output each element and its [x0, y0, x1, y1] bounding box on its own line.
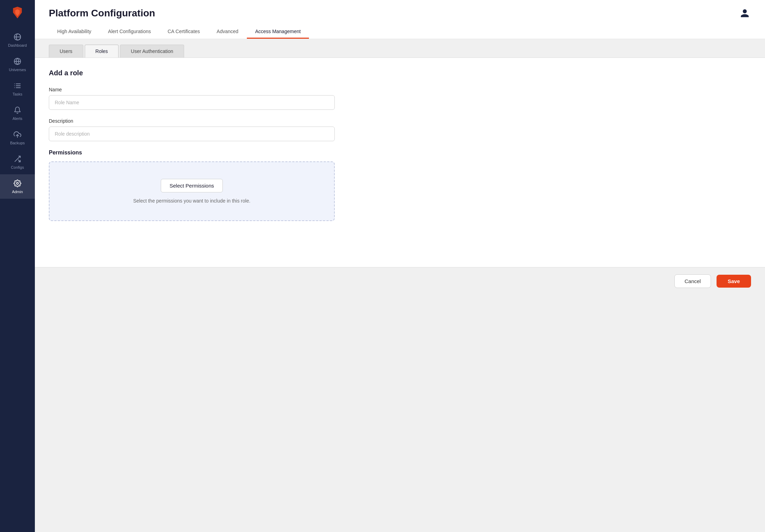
form-footer: Cancel Save	[35, 267, 765, 295]
content-area: Users Roles User Authentication Add a ro…	[35, 39, 765, 532]
top-tab-nav: High Availability Alert Configurations C…	[49, 25, 751, 39]
tab-advanced[interactable]: Advanced	[208, 25, 247, 39]
svg-point-12	[16, 182, 18, 184]
sub-tab-users[interactable]: Users	[49, 45, 83, 58]
sidebar-item-tasks-label: Tasks	[13, 92, 22, 96]
form-area: Add a role Name Description Permissions …	[35, 58, 765, 267]
sidebar-item-admin[interactable]: Admin	[0, 174, 35, 199]
save-button[interactable]: Save	[717, 275, 751, 288]
user-profile-button[interactable]	[739, 7, 751, 20]
sub-tab-user-authentication[interactable]: User Authentication	[120, 45, 184, 58]
sidebar-item-universes-label: Universes	[9, 68, 26, 72]
sidebar-item-admin-label: Admin	[12, 190, 23, 194]
sidebar: Dashboard Universes Tasks	[0, 0, 35, 532]
form-title: Add a role	[49, 69, 751, 77]
permissions-field: Permissions Select Permissions Select th…	[49, 150, 751, 221]
sub-tab-bar: Users Roles User Authentication	[35, 39, 765, 58]
sidebar-item-dashboard-label: Dashboard	[8, 43, 27, 47]
sub-tab-roles[interactable]: Roles	[85, 45, 119, 58]
sidebar-item-tasks[interactable]: Tasks	[0, 77, 35, 101]
name-label: Name	[49, 87, 751, 92]
admin-icon	[13, 179, 22, 188]
tab-ca-certificates[interactable]: CA Certificates	[159, 25, 209, 39]
tab-alert-configurations[interactable]: Alert Configurations	[100, 25, 159, 39]
name-input[interactable]	[49, 95, 335, 110]
sidebar-item-backups[interactable]: Backups	[0, 126, 35, 150]
universes-icon	[13, 57, 22, 66]
app-logo	[9, 4, 26, 21]
page-title: Platform Configuration	[49, 8, 155, 19]
tab-high-availability[interactable]: High Availability	[49, 25, 100, 39]
tab-access-management[interactable]: Access Management	[247, 25, 309, 39]
permissions-label: Permissions	[49, 150, 751, 156]
sidebar-item-backups-label: Backups	[10, 141, 25, 145]
sidebar-item-alerts[interactable]: Alerts	[0, 101, 35, 126]
description-label: Description	[49, 118, 751, 124]
main-content: Platform Configuration High Availability…	[35, 0, 765, 532]
name-field: Name	[49, 87, 751, 110]
sidebar-item-dashboard[interactable]: Dashboard	[0, 28, 35, 52]
sidebar-item-configs[interactable]: Configs	[0, 150, 35, 174]
sidebar-item-configs-label: Configs	[11, 165, 24, 169]
alerts-icon	[13, 106, 22, 114]
backups-icon	[13, 130, 22, 139]
tasks-icon	[13, 82, 22, 90]
description-input[interactable]	[49, 127, 335, 141]
permissions-hint: Select the permissions you want to inclu…	[133, 198, 250, 204]
cancel-button[interactable]: Cancel	[674, 274, 711, 288]
top-header: Platform Configuration High Availability…	[35, 0, 765, 39]
permissions-box: Select Permissions Select the permission…	[49, 161, 335, 221]
sidebar-item-universes[interactable]: Universes	[0, 52, 35, 77]
configs-icon	[13, 155, 22, 163]
description-field: Description	[49, 118, 751, 141]
dashboard-icon	[13, 33, 22, 41]
sidebar-item-alerts-label: Alerts	[13, 116, 22, 121]
select-permissions-button[interactable]: Select Permissions	[161, 179, 223, 192]
